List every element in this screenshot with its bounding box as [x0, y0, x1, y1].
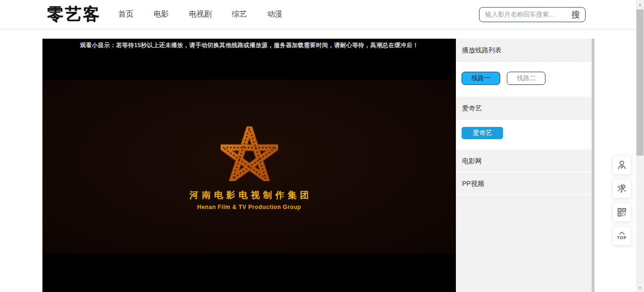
- chevron-up-icon: [619, 232, 625, 235]
- film-strip-star-icon: [221, 126, 278, 183]
- user-check-icon: [616, 159, 627, 171]
- nav-item-anime[interactable]: 动漫: [267, 9, 282, 19]
- sidebar-scrollbar[interactable]: [592, 39, 594, 292]
- nav-item-movies[interactable]: 电影: [154, 9, 169, 19]
- studio-name-en: Henan Film & TV Production Group: [197, 204, 301, 210]
- video-frame: 河南电影电视制作集团 Henan Film & TV Production Gr…: [42, 80, 456, 253]
- section-header-iqiyi: 爱奇艺: [456, 97, 592, 119]
- section-content-line-list: 线路一 线路二: [456, 61, 592, 97]
- user-check-button[interactable]: [612, 156, 631, 175]
- line-2-button[interactable]: 线路二: [507, 72, 545, 85]
- request-movie-button[interactable]: 求: [612, 179, 631, 198]
- site-logo[interactable]: 零艺客: [47, 3, 101, 25]
- section-header-movie-site: 电影网: [456, 150, 592, 172]
- top-nav-bar: 零艺客 首页 电影 电视剧 综艺 动漫 搜: [0, 0, 636, 29]
- main-content: 观看小提示：若等待15秒以上还未播放，请手动切换其他线路或播放源，服务器加载需要…: [42, 39, 594, 292]
- floating-toolbar: 求 TOP: [612, 156, 631, 250]
- qr-code-icon: [617, 207, 627, 217]
- line-1-button[interactable]: 线路一: [462, 72, 500, 85]
- studio-name-cn: 河南电影电视制作集团: [186, 189, 312, 201]
- search-button[interactable]: 搜: [571, 9, 585, 20]
- main-nav: 首页 电影 电视剧 综艺 动漫: [118, 9, 303, 19]
- section-content-iqiyi: 爱奇艺: [456, 119, 592, 150]
- iqiyi-source-button[interactable]: 爱奇艺: [462, 127, 503, 139]
- qr-code-button[interactable]: [612, 203, 631, 222]
- video-player[interactable]: 观看小提示：若等待15秒以上还未播放，请手动切换其他线路或播放源，服务器加载需要…: [42, 39, 456, 292]
- scrollbar-thumb[interactable]: [636, 9, 644, 156]
- request-movie-label: 求: [618, 183, 627, 195]
- scroll-down-arrow-icon[interactable]: ▼: [636, 284, 644, 292]
- section-header-line-list: 播放线路列表: [456, 39, 592, 61]
- nav-item-home[interactable]: 首页: [118, 9, 133, 19]
- section-header-pp-video: PP视频: [456, 172, 592, 195]
- player-hint-text: 观看小提示：若等待15秒以上还未播放，请手动切换其他线路或播放源，服务器加载需要…: [42, 42, 456, 50]
- nav-item-variety[interactable]: 综艺: [232, 9, 247, 19]
- page-scrollbar[interactable]: ▲ ▼: [636, 0, 644, 292]
- scroll-up-arrow-icon[interactable]: ▲: [636, 0, 644, 8]
- nav-item-tv[interactable]: 电视剧: [189, 9, 212, 19]
- play-source-sidebar: 播放线路列表 线路一 线路二 爱奇艺 爱奇艺 电影网 PP视频: [456, 39, 592, 292]
- search-box: 搜: [479, 7, 586, 22]
- back-to-top-button[interactable]: TOP: [612, 226, 631, 245]
- search-input[interactable]: [479, 11, 571, 18]
- back-to-top-label: TOP: [617, 235, 627, 240]
